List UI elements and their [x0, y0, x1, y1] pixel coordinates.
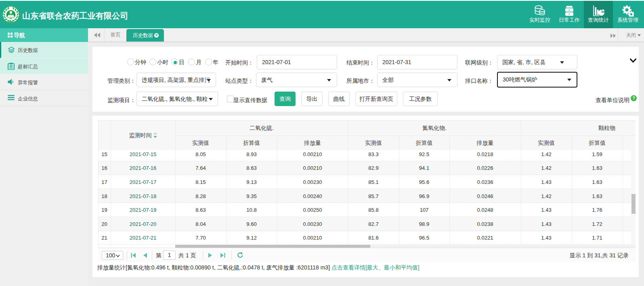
svg-text:MEE: MEE — [8, 21, 13, 23]
